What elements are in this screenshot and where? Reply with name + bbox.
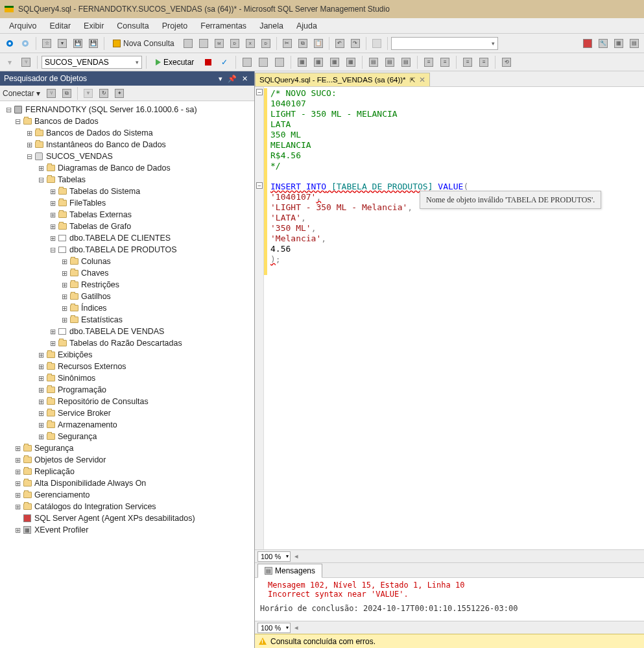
undo-icon[interactable]: ↶: [333, 36, 347, 51]
tree-vendas[interactable]: dbo.TABELA DE VENDAS: [69, 327, 164, 336]
executar-button[interactable]: Executar: [150, 56, 199, 68]
oe-icon-2[interactable]: ⧉: [60, 86, 74, 101]
tree-graph-tables[interactable]: Tabelas de Grafo: [69, 222, 131, 231]
panel-dropdown-icon[interactable]: ▾: [216, 75, 225, 83]
tree-replicacao[interactable]: Replicação: [34, 467, 75, 476]
tree-seguranca[interactable]: Segurança: [34, 444, 73, 453]
menu-arquivo[interactable]: Arquivo: [3, 19, 43, 32]
tree-catalogos[interactable]: Catálogos do Integration Services: [34, 502, 156, 511]
indent-icon-2[interactable]: ≡: [438, 55, 452, 69]
tree-armazenamento[interactable]: Armazenamento: [58, 420, 117, 429]
menu-exibir[interactable]: Exibir: [77, 19, 110, 32]
oe-filter-icon[interactable]: ▼: [81, 86, 95, 101]
query-icon-dax[interactable]: D: [259, 36, 273, 51]
fold-icon[interactable]: −: [256, 182, 263, 189]
find-icon[interactable]: [370, 36, 384, 51]
zoom-combo[interactable]: 100 %: [257, 551, 291, 562]
save-all-icon[interactable]: 💾: [86, 36, 101, 51]
paste-icon[interactable]: 📋: [311, 36, 326, 51]
database-combo[interactable]: SUCOS_VENDAS: [42, 56, 142, 69]
menu-ferramentas[interactable]: Ferramentas: [194, 19, 253, 32]
oe-icon-1[interactable]: ⑂: [44, 86, 58, 101]
conectar-label[interactable]: Conectar ▾: [3, 89, 40, 98]
tree-sucos[interactable]: SUCOS_VENDAS: [46, 152, 113, 161]
oe-icon-5[interactable]: ✦: [112, 86, 126, 101]
menu-projeto[interactable]: Projeto: [156, 19, 195, 32]
tree-exibicoes[interactable]: Exibições: [58, 350, 93, 359]
open-icon[interactable]: ▾: [55, 36, 69, 51]
tree-chaves[interactable]: Chaves: [81, 269, 108, 278]
chevron-icon[interactable]: ▾: [3, 55, 17, 69]
tab-pin-icon[interactable]: ⇱: [410, 77, 415, 84]
editor-tab[interactable]: SQLQuery4.sql - FE...S_VENDAS (sa (64))*…: [255, 73, 430, 86]
panel-close-icon[interactable]: ✕: [239, 75, 250, 83]
tree-recursos[interactable]: Recursos Externos: [58, 362, 126, 371]
save-icon[interactable]: 💾: [71, 36, 85, 51]
tree-programacao[interactable]: Programação: [58, 385, 106, 394]
messages-tab[interactable]: ▤ Mensagens: [257, 564, 322, 578]
tree-system-tables[interactable]: Tabelas do Sistema: [69, 187, 140, 196]
copy-icon[interactable]: ⧉: [296, 36, 310, 51]
tree-snapshots[interactable]: Instantâneos do Banco de Dados: [46, 140, 166, 149]
query-icon-dmx[interactable]: D: [228, 36, 242, 51]
indent-icon-1[interactable]: ≡: [422, 55, 436, 69]
query-icon-mdx[interactable]: M: [212, 36, 226, 51]
tree-gerenciamento[interactable]: Gerenciamento: [34, 490, 89, 499]
plan-icon-3[interactable]: [272, 55, 287, 69]
find-combo[interactable]: [391, 37, 498, 50]
misc-icon-1[interactable]: ⟲: [499, 55, 514, 69]
query-icon-xmla[interactable]: X: [243, 36, 257, 51]
tree-restricoes[interactable]: Restrições: [81, 280, 119, 289]
branch-icon[interactable]: ⑂: [19, 55, 33, 69]
tree-obj-servidor[interactable]: Objetos de Servidor: [34, 455, 106, 464]
nav-back-icon[interactable]: [3, 36, 17, 51]
nav-fwd-icon[interactable]: [18, 36, 32, 51]
tree-razao[interactable]: Tabelas do Razão Descartadas: [69, 339, 182, 348]
result-icon-1[interactable]: ▤: [366, 55, 381, 69]
zoom-combo-msg[interactable]: 100 %: [257, 623, 291, 633]
parse-icon[interactable]: ✓: [217, 55, 232, 69]
tree-filetables[interactable]: FileTables: [69, 198, 106, 208]
tree-databases[interactable]: Bancos de Dados: [34, 117, 99, 126]
result-icon-2[interactable]: ▤: [383, 55, 397, 69]
plan-icon-2[interactable]: [256, 55, 270, 69]
sql-editor[interactable]: − − /* NOVO SUCO: 1040107 LIGHT - 350 ML…: [255, 87, 644, 549]
fold-icon[interactable]: −: [256, 89, 263, 95]
menu-janela[interactable]: Janela: [253, 19, 290, 32]
tree-seguranca-db[interactable]: Segurança: [58, 432, 97, 441]
comment-icon-2[interactable]: ≡: [477, 55, 491, 69]
messages-body[interactable]: Mensagem 102, Nível 15, Estado 1, Linha …: [255, 578, 644, 621]
tree-sinonimos[interactable]: Sinônimos: [58, 374, 95, 383]
redo-icon[interactable]: ↷: [348, 36, 363, 51]
plan-icon-1[interactable]: [240, 55, 254, 69]
tree-produtos[interactable]: dbo.TABELA DE PRODUTOS: [69, 245, 177, 254]
query-icon-1[interactable]: [181, 36, 195, 51]
tree-server[interactable]: FERNANDOTKY (SQL Server 16.0.1000.6 - sa…: [25, 105, 197, 114]
tree-broker[interactable]: Service Broker: [58, 409, 111, 418]
tree-clientes[interactable]: dbo.TABELA DE CLIENTES: [69, 234, 171, 243]
oe-refresh-icon[interactable]: ↻: [97, 86, 111, 101]
cut-icon[interactable]: ✂: [280, 36, 294, 51]
grid-icon-2[interactable]: ▦: [311, 55, 326, 69]
comment-icon-1[interactable]: ≡: [460, 55, 475, 69]
stop-icon[interactable]: [201, 55, 215, 69]
result-icon-3[interactable]: ▤: [399, 55, 413, 69]
menu-consulta[interactable]: Consulta: [110, 19, 155, 32]
tree-alta[interactable]: Alta Disponibilidade Always On: [34, 479, 146, 488]
tree-agent[interactable]: SQL Server Agent (Agent XPs desabilitado…: [34, 514, 195, 523]
tree-colunas[interactable]: Colunas: [81, 257, 111, 266]
menu-editar[interactable]: Editar: [43, 19, 77, 32]
new-item-icon[interactable]: ☆: [40, 36, 54, 51]
tree-indices[interactable]: Índices: [81, 304, 107, 313]
tab-close-icon[interactable]: ✕: [419, 75, 425, 84]
object-explorer-tree[interactable]: ⊟FERNANDOTKY (SQL Server 16.0.1000.6 - s…: [0, 101, 254, 648]
grid-icon-1[interactable]: ▦: [295, 55, 309, 69]
tool-icon-3[interactable]: ▦: [612, 36, 626, 51]
tree-system-db[interactable]: Bancos de Dados do Sistema: [46, 128, 153, 138]
tree-diagrams[interactable]: Diagramas de Banco de Dados: [58, 163, 171, 173]
tree-repo[interactable]: Repositório de Consultas: [58, 397, 149, 406]
tool-icon-wrench[interactable]: 🔧: [596, 36, 610, 51]
query-icon-2[interactable]: [197, 36, 211, 51]
tool-icon-1[interactable]: [580, 36, 595, 51]
tree-external-tables[interactable]: Tabelas Externas: [69, 210, 132, 219]
